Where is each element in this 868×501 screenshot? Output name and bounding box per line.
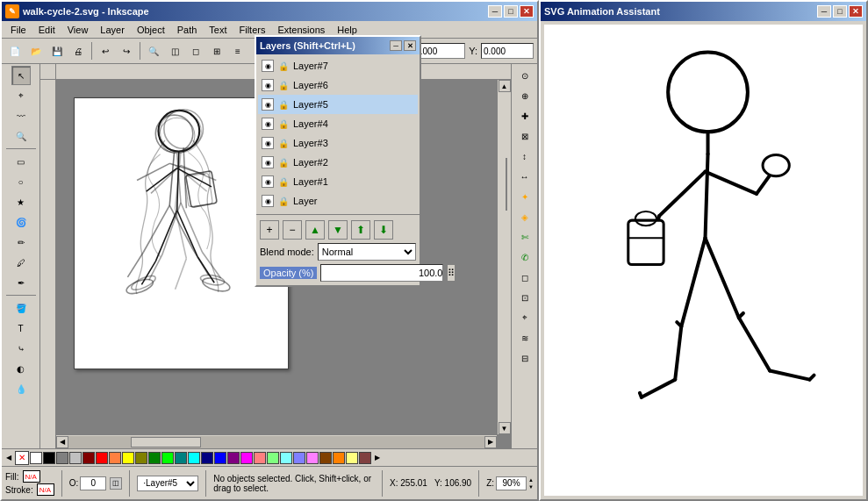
color-green[interactable]: [148, 452, 161, 464]
select-tool[interactable]: ↖: [11, 66, 31, 85]
zoom-tool[interactable]: 🔍: [11, 126, 31, 146]
color-brown[interactable]: [319, 452, 332, 464]
calligraphy-tool[interactable]: ✒: [11, 273, 31, 292]
color-olive[interactable]: [135, 452, 147, 464]
blend-mode-select[interactable]: Normal Multiply Screen: [318, 243, 416, 261]
layer-3-lock[interactable]: 🔒: [277, 137, 290, 149]
connector-tool[interactable]: ⤷: [11, 339, 31, 358]
tool-btn-6[interactable]: ◻: [186, 41, 205, 61]
node-tool[interactable]: ⌖: [11, 86, 31, 105]
color-light-blue[interactable]: [293, 452, 305, 464]
snap-btn-10[interactable]: ✆: [515, 247, 534, 267]
menu-layer[interactable]: Layer: [95, 23, 130, 37]
scrollbar-horizontal[interactable]: ◀ ▶: [56, 434, 497, 448]
y-input[interactable]: [481, 43, 534, 59]
gradient-tool[interactable]: ◐: [11, 359, 31, 378]
color-dark-rose[interactable]: [359, 452, 371, 464]
tool-btn-5[interactable]: ◫: [165, 41, 184, 61]
palette-none-swatch[interactable]: ✕: [15, 451, 29, 465]
open-btn[interactable]: 📂: [26, 41, 46, 61]
redo-btn[interactable]: ↪: [117, 41, 136, 61]
color-cyan[interactable]: [188, 452, 200, 464]
opacity-status-input[interactable]: [80, 476, 106, 490]
zoom-spin-btn[interactable]: ▲ ▼: [528, 476, 534, 490]
dropper-tool[interactable]: 💧: [11, 379, 31, 398]
menu-path[interactable]: Path: [172, 23, 203, 37]
menu-edit[interactable]: Edit: [33, 23, 61, 37]
pencil-tool[interactable]: ✏: [11, 233, 31, 252]
layer-row-5[interactable]: ◉ 🔒 Layer#5: [258, 95, 418, 114]
assistant-maximize-btn[interactable]: □: [833, 5, 847, 18]
snap-btn-5[interactable]: ↕: [515, 147, 534, 166]
zoom-spin-down[interactable]: ▼: [528, 483, 534, 490]
color-light-green[interactable]: [267, 452, 279, 464]
snap-btn-11[interactable]: ◻: [515, 268, 534, 287]
layer-1-lock[interactable]: 🔒: [277, 175, 290, 188]
star-tool[interactable]: ★: [11, 192, 31, 211]
color-blue[interactable]: [214, 452, 226, 464]
pen-tool[interactable]: 🖊: [11, 253, 31, 272]
scroll-up-btn[interactable]: ▲: [499, 80, 511, 92]
assistant-minimize-btn[interactable]: ─: [817, 5, 831, 18]
palette-right-arrow[interactable]: ▶: [372, 453, 383, 463]
tweak-tool[interactable]: 〰: [11, 106, 31, 125]
tool-btn-7[interactable]: ⊞: [207, 41, 226, 61]
save-btn[interactable]: 💾: [47, 41, 67, 61]
maximize-button[interactable]: □: [504, 5, 518, 18]
snap-btn-6[interactable]: ↔: [515, 167, 534, 186]
snap-btn-8[interactable]: ◈: [515, 207, 534, 226]
palette-left-arrow[interactable]: ◀: [4, 453, 14, 463]
assistant-close-btn[interactable]: ✕: [849, 5, 863, 18]
color-lime[interactable]: [161, 452, 174, 464]
scroll-left-btn[interactable]: ◀: [56, 436, 68, 448]
color-red[interactable]: [96, 452, 108, 464]
remove-layer-btn[interactable]: −: [283, 220, 302, 240]
snap-btn-14[interactable]: ≋: [515, 328, 534, 347]
snap-btn-4[interactable]: ⊠: [515, 126, 534, 146]
opacity-spin[interactable]: ⠿: [447, 264, 456, 282]
layer-row-6[interactable]: ◉ 🔒 Layer#6: [258, 75, 418, 95]
color-magenta[interactable]: [240, 452, 253, 464]
snap-btn-1[interactable]: ⊙: [515, 66, 534, 85]
color-light-cyan[interactable]: [280, 452, 292, 464]
layer-5-eye[interactable]: ◉: [262, 98, 274, 111]
scroll-thumb-v[interactable]: [506, 158, 507, 211]
color-silver[interactable]: [69, 452, 82, 464]
layer-row-2[interactable]: ◉ 🔒 Layer#2: [258, 153, 418, 172]
rect-tool[interactable]: ▭: [11, 152, 31, 171]
layer-2-lock[interactable]: 🔒: [277, 156, 290, 168]
fill-tool[interactable]: 🪣: [11, 298, 31, 318]
layer-row-3[interactable]: ◉ 🔒 Layer#3: [258, 133, 418, 153]
layers-close-btn[interactable]: ✕: [404, 40, 416, 51]
snap-btn-2[interactable]: ⊕: [515, 86, 534, 105]
color-light-red[interactable]: [254, 452, 266, 464]
snap-btn-15[interactable]: ⊟: [515, 348, 534, 368]
minimize-button[interactable]: ─: [488, 5, 502, 18]
undo-btn[interactable]: ↩: [96, 41, 115, 61]
layer-7-lock[interactable]: 🔒: [277, 60, 290, 72]
layer-base-lock[interactable]: 🔒: [277, 195, 290, 207]
layer-2-eye[interactable]: ◉: [262, 156, 274, 168]
spiral-tool[interactable]: 🌀: [11, 212, 31, 232]
snap-btn-12[interactable]: ⊡: [515, 288, 534, 307]
snap-btn-3[interactable]: ✚: [515, 106, 534, 125]
menu-text[interactable]: Text: [204, 23, 232, 37]
color-yellow[interactable]: [122, 452, 134, 464]
layer-6-eye[interactable]: ◉: [262, 79, 274, 91]
menu-object[interactable]: Object: [132, 23, 170, 37]
menu-file[interactable]: File: [5, 23, 32, 37]
layer-base-eye[interactable]: ◉: [262, 195, 274, 207]
move-layer-top-btn[interactable]: ⬆: [351, 220, 370, 240]
color-black[interactable]: [43, 452, 55, 464]
menu-view[interactable]: View: [62, 23, 94, 37]
color-orange[interactable]: [109, 452, 121, 464]
layer-select-status[interactable]: ·Layer#5 Layer#7 Layer#6 Layer#4 Layer#3…: [137, 476, 198, 491]
layer-row-1[interactable]: ◉ 🔒 Layer#1: [258, 172, 418, 191]
close-button[interactable]: ✕: [520, 5, 534, 18]
scroll-track-h[interactable]: [68, 436, 484, 448]
move-layer-bottom-btn[interactable]: ⬇: [374, 220, 393, 240]
layer-row-base[interactable]: ◉ 🔒 Layer: [258, 191, 418, 211]
color-light-magenta[interactable]: [306, 452, 319, 464]
circle-tool[interactable]: ○: [11, 172, 31, 191]
tool-btn-8[interactable]: ≡: [228, 41, 247, 61]
